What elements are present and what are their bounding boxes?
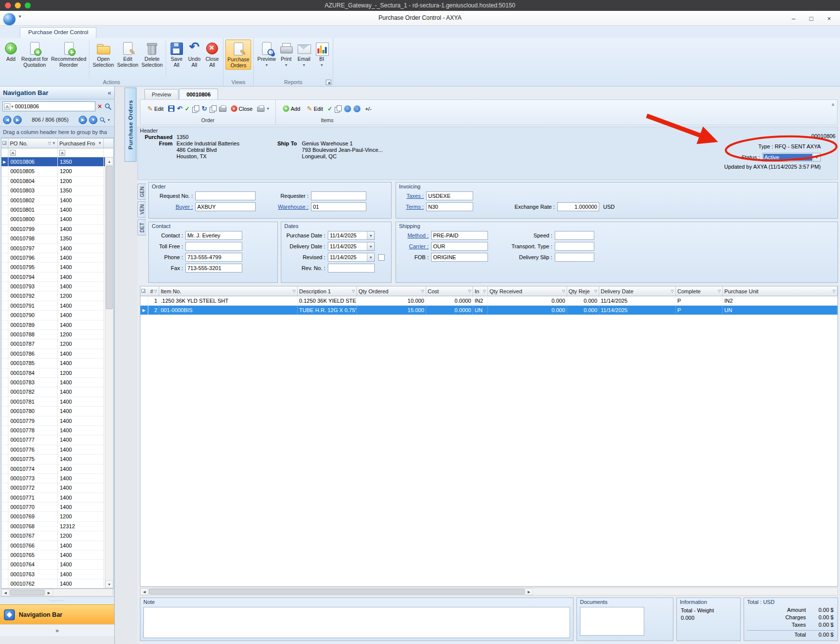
po-row[interactable]: 00010789 1400 bbox=[1, 321, 113, 330]
filter-funnel-icon[interactable]: ▽ bbox=[594, 289, 597, 293]
edit-item-button[interactable]: ✎Edit bbox=[305, 104, 325, 113]
close-all-button[interactable]: Close All bbox=[203, 40, 221, 69]
po-row[interactable]: 00010792 1200 bbox=[1, 291, 113, 301]
po-row[interactable]: 00010776 1400 bbox=[1, 445, 113, 455]
verify-item-icon[interactable]: ✓ bbox=[327, 105, 332, 112]
po-row[interactable]: 00010785 1400 bbox=[1, 359, 113, 368]
po-row[interactable]: 00010774 1400 bbox=[1, 464, 113, 474]
header-caret-icon[interactable]: ▼ bbox=[52, 141, 56, 145]
item-row-selected[interactable]: 2 001-0000BIS TUBE H.R. 12G X 0.75"... 1… bbox=[140, 306, 838, 315]
column-header-purchased-from[interactable]: Purchased Fro ▼ bbox=[58, 138, 104, 148]
nav-next-button[interactable]: ▶ bbox=[13, 116, 22, 124]
scrollbar-thumb[interactable] bbox=[10, 590, 44, 596]
column-header-purchase-unit[interactable]: Purchase Unit▽ bbox=[723, 286, 838, 296]
request-no-field[interactable] bbox=[195, 191, 256, 200]
column-header-po-no[interactable]: PO No. ▽ ▼ bbox=[8, 138, 58, 148]
search-icon[interactable] bbox=[104, 103, 112, 110]
grid-search-icon[interactable] bbox=[99, 117, 106, 123]
filter-type-a-icon[interactable]: A bbox=[4, 103, 10, 110]
po-row[interactable]: 00010806 1350 bbox=[1, 157, 113, 167]
po-row[interactable]: 00010772 1400 bbox=[1, 483, 113, 493]
move-up-icon[interactable]: ↑ bbox=[344, 105, 351, 112]
save-order-icon[interactable] bbox=[168, 105, 175, 112]
nav-last-button[interactable]: ▼ bbox=[89, 116, 97, 124]
taxes-link[interactable]: Taxes : bbox=[406, 193, 424, 199]
sidebar-splitter[interactable]: ········ bbox=[0, 597, 114, 604]
app-icon[interactable] bbox=[3, 13, 16, 26]
po-row[interactable]: 00010777 1400 bbox=[1, 435, 113, 445]
phone-field[interactable] bbox=[185, 253, 242, 262]
pages-icon[interactable] bbox=[210, 105, 217, 112]
po-row[interactable]: 00010795 1400 bbox=[1, 263, 113, 272]
scroll-left-icon[interactable]: ◀ bbox=[140, 588, 148, 595]
open-selection-button[interactable]: Open Selection bbox=[91, 40, 115, 69]
revised-date-picker[interactable]: ▾ bbox=[328, 253, 375, 262]
preview-button[interactable]: Preview ▾ bbox=[256, 40, 277, 68]
tab-gen[interactable]: GEN bbox=[137, 184, 146, 200]
tab-ven[interactable]: VEN bbox=[137, 201, 146, 218]
po-row[interactable]: 00010769 1200 bbox=[1, 512, 113, 521]
status-select[interactable]: Active ▾ bbox=[762, 153, 821, 162]
nav-caret-icon[interactable]: ▾ bbox=[108, 118, 110, 122]
grid-corner-cell[interactable] bbox=[140, 286, 148, 296]
purchase-orders-view-button[interactable]: Purchase Orders bbox=[225, 40, 251, 70]
carrier-link[interactable]: Carrier : bbox=[409, 243, 429, 249]
carrier-field[interactable] bbox=[431, 242, 488, 251]
add-item-button[interactable]: +Add bbox=[281, 105, 303, 112]
scroll-up-icon[interactable]: ▲ bbox=[105, 157, 113, 165]
filter-funnel-icon[interactable]: ▽ bbox=[352, 289, 355, 293]
column-header-cost[interactable]: Cost▽ bbox=[426, 286, 473, 296]
po-row[interactable]: 00010770 1400 bbox=[1, 503, 113, 512]
group-by-panel[interactable]: Drag a column header here to group by th… bbox=[0, 126, 114, 138]
undo-icon[interactable]: ↶ bbox=[177, 105, 182, 112]
scrollbar-thumb[interactable] bbox=[149, 589, 525, 595]
filter-a-icon[interactable]: A bbox=[59, 150, 65, 156]
po-row[interactable]: 00010796 1400 bbox=[1, 253, 113, 263]
preview-caret-icon[interactable]: ▾ bbox=[265, 63, 267, 67]
po-row[interactable]: 00010787 1200 bbox=[1, 339, 113, 349]
filter-cell-purchased-from[interactable]: A bbox=[58, 148, 104, 157]
po-row[interactable]: 00010801 1400 bbox=[1, 205, 113, 215]
close-order-button[interactable]: ×Close bbox=[229, 105, 255, 112]
column-header-qty-ordered[interactable]: Qty Ordered▽ bbox=[357, 286, 426, 296]
column-header-qty-rejected[interactable]: Qty Reje▽ bbox=[567, 286, 599, 296]
export-caret-icon[interactable]: ▾ bbox=[267, 106, 269, 111]
email-caret-icon[interactable]: ▾ bbox=[303, 63, 305, 67]
column-header-description[interactable]: Description 1▽ bbox=[298, 286, 357, 296]
speed-field[interactable] bbox=[555, 231, 594, 240]
po-row[interactable]: 00010798 1350 bbox=[1, 234, 113, 243]
combo-caret-icon[interactable]: ▾ bbox=[11, 104, 13, 109]
restore-button[interactable]: □ bbox=[802, 11, 820, 26]
po-row[interactable]: 00010771 1400 bbox=[1, 493, 113, 503]
method-field[interactable] bbox=[431, 231, 488, 240]
refresh-icon[interactable]: ↻ bbox=[202, 105, 207, 112]
column-header-complete[interactable]: Complete▽ bbox=[676, 286, 723, 296]
undo-all-button[interactable]: Undo All bbox=[185, 40, 203, 69]
po-row[interactable]: 00010778 1400 bbox=[1, 426, 113, 435]
save-all-button[interactable]: Save All bbox=[168, 40, 185, 69]
po-row[interactable]: 00010765 1400 bbox=[1, 551, 113, 560]
column-header-delivery-date[interactable]: Delivery Date▽ bbox=[599, 286, 676, 296]
revised-checkbox[interactable] bbox=[378, 254, 385, 261]
po-row[interactable]: 00010797 1400 bbox=[1, 244, 113, 253]
po-row[interactable]: 00010784 1200 bbox=[1, 368, 113, 378]
verify-icon[interactable]: ✓ bbox=[185, 105, 190, 112]
collapse-panel-icon[interactable]: » bbox=[830, 103, 836, 106]
terms-link[interactable]: Terms : bbox=[406, 204, 424, 210]
close-button[interactable]: × bbox=[820, 11, 838, 26]
requester-field[interactable] bbox=[311, 191, 366, 200]
tab-det[interactable]: DET bbox=[137, 219, 146, 235]
main-horizontal-scrollbar[interactable]: ◀ ▶ bbox=[140, 588, 838, 596]
delivery-slip-field[interactable] bbox=[555, 253, 594, 262]
po-row[interactable]: 00010803 1350 bbox=[1, 186, 113, 195]
ribbon-tab-purchase-order-control[interactable]: Purchase Order Control bbox=[20, 27, 96, 38]
po-row[interactable]: 00010788 1200 bbox=[1, 330, 113, 339]
grid-corner-cell[interactable] bbox=[1, 138, 8, 148]
filter-cell-po-no[interactable]: A bbox=[8, 148, 58, 157]
po-row[interactable]: 00010762 1400 bbox=[1, 579, 113, 589]
status-caret-icon[interactable]: ▾ bbox=[813, 153, 820, 161]
fax-field[interactable] bbox=[185, 264, 242, 273]
email-button[interactable]: Email ▾ bbox=[295, 40, 313, 68]
filter-funnel-icon[interactable]: ▽ bbox=[154, 289, 157, 293]
po-search-combo[interactable]: A ▾ bbox=[2, 101, 95, 111]
